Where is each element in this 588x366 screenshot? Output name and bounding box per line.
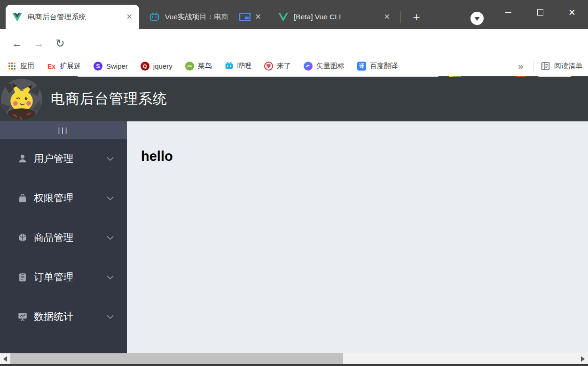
bookmark-label: 来了 [277,62,291,71]
extfans-icon: Ex [47,62,56,71]
main-content: hello [127,121,588,353]
bookmark-label: 应用 [20,62,34,71]
browser-toolbar: ← → ↻ 127.0.0.1/#/Welcome ☆ 梦奇 更新 ⋮ [0,29,588,56]
reading-list-icon [541,61,550,71]
bookmark-label: 矢量图标 [316,62,345,71]
minimize-button[interactable] [492,2,524,23]
bookmark-runoob[interactable]: </> 菜鸟 [185,62,212,71]
bookmarks-right-cluster: » 阅读清单 [511,56,582,76]
sidebar-item-label: 用户管理 [34,152,107,165]
tab-close-icon[interactable]: ✕ [126,13,133,21]
window-bottom-edge [0,364,588,366]
sidebar-item-permissions[interactable]: 权限管理 [0,178,127,218]
sidebar-item-label: 数据统计 [34,310,107,323]
minimize-icon [505,12,511,13]
close-icon: ✕ [568,7,576,18]
bookmark-apps[interactable]: 应用 [8,62,34,71]
bookmark-label: 扩展迷 [60,62,81,71]
bookmark-laile[interactable]: 梦 来了 [264,62,291,71]
back-button[interactable]: ← [9,36,24,51]
sidebar-item-orders[interactable]: 订单管理 [0,257,127,297]
bookmark-iconfont[interactable]: 矢量图标 [304,62,345,71]
baidu-translate-icon: 译 [357,62,366,71]
user-icon [17,153,28,164]
bilibili-icon [149,12,159,22]
runoob-icon: </> [185,62,194,71]
new-tab-button[interactable]: + [409,9,424,24]
goods-cube-icon [17,232,28,243]
tab-close-icon[interactable]: ✕ [255,13,261,21]
stats-board-icon [17,311,28,322]
bookmarks-overflow-chevron[interactable]: » [515,61,526,72]
sidebar-item-users[interactable]: 用户管理 [0,139,127,178]
bookmark-label: 哔哩 [237,62,251,71]
bookmark-label: Swiper [106,62,128,70]
tab-close-icon[interactable]: ✕ [384,13,390,21]
sidebar: ||| 用户管理 权限管理 商品管理 订单管理 [0,121,127,353]
sidebar-item-label: 商品管理 [34,231,107,244]
maximize-button[interactable] [524,2,556,23]
chevron-down-icon [107,236,114,240]
welcome-greeting-text: hello [141,149,173,164]
app-header: 电商后台管理系统 [0,77,588,121]
tab-divider [270,11,270,23]
tab-strip: 电商后台管理系统 ✕ Vue实战项目：电商 ✕ [Beta] Vue CLI ✕… [0,0,588,29]
chevron-down-icon [107,157,114,161]
chevron-down-icon [107,315,114,319]
sidebar-item-label: 订单管理 [34,271,107,284]
order-clipboard-icon [17,272,28,282]
bookmark-bilibili[interactable]: 哔哩 [225,62,251,71]
close-window-button[interactable]: ✕ [556,2,588,23]
scroll-right-arrow-icon [581,356,585,362]
chevron-down-icon [107,196,114,200]
sidebar-menu: 用户管理 权限管理 商品管理 订单管理 数据统计 [0,139,127,353]
horizontal-scrollbar[interactable] [0,353,588,364]
reload-button[interactable]: ↻ [53,36,68,51]
vue-icon [278,12,288,22]
tab-vue-project[interactable]: Vue实战项目：电商 ✕ [143,5,268,29]
sidebar-item-goods[interactable]: 商品管理 [0,218,127,257]
bookmark-swiper[interactable]: S Swiper [94,62,128,71]
sidebar-collapse-toggle[interactable]: ||| [0,121,127,139]
picture-in-picture-icon [239,13,251,21]
browser-window: 电商后台管理系统 ✕ Vue实战项目：电商 ✕ [Beta] Vue CLI ✕… [0,0,588,366]
scroll-right-button[interactable] [578,353,588,364]
bilibili-icon [225,62,234,71]
window-controls: ✕ [492,2,588,23]
app-title: 电商后台管理系统 [51,89,167,109]
tab-title: [Beta] Vue CLI [294,13,379,21]
bookmarks-bar: 应用 Ex 扩展迷 S Swiper Q jquery </> 菜鸟 哔哩 梦 … [0,56,588,76]
bookmark-label: 百度翻译 [370,62,398,71]
scroll-left-button[interactable] [0,353,10,364]
swiper-icon: S [94,62,102,71]
scroll-left-arrow-icon [3,356,7,362]
bookmark-baidu-translate[interactable]: 译 百度翻译 [357,62,398,71]
vue-icon [12,12,22,22]
jquery-icon: Q [141,62,149,71]
bookmark-extfans[interactable]: Ex 扩展迷 [47,62,81,71]
bookmark-label: 菜鸟 [198,62,212,71]
pikachu-logo-avatar [1,79,42,120]
tab-title: 电商后台管理系统 [28,12,122,22]
meng-icon: 梦 [264,62,273,71]
sidebar-item-statistics[interactable]: 数据统计 [0,297,127,336]
scrollbar-thumb[interactable] [10,353,343,364]
divider [533,61,533,72]
forward-button[interactable]: → [31,36,46,51]
chevron-down-icon [107,275,114,279]
tab-admin-system[interactable]: 电商后台管理系统 ✕ [6,5,139,29]
tab-search-button[interactable] [470,12,484,25]
chevron-down-icon [474,17,480,21]
reading-list-label: 阅读清单 [554,62,582,71]
reading-list-button[interactable]: 阅读清单 [541,61,582,71]
tab-vue-cli[interactable]: [Beta] Vue CLI ✕ [272,5,397,29]
bookmark-label: jquery [153,62,172,70]
permission-bag-icon [17,193,28,203]
maximize-icon [537,9,543,16]
iconfont-icon [304,62,313,71]
sidebar-item-label: 权限管理 [34,191,107,205]
tab-divider [400,11,401,23]
bookmark-jquery[interactable]: Q jquery [141,62,172,71]
tab-title: Vue实战项目：电商 [165,12,236,22]
apps-grid-icon [8,62,16,71]
